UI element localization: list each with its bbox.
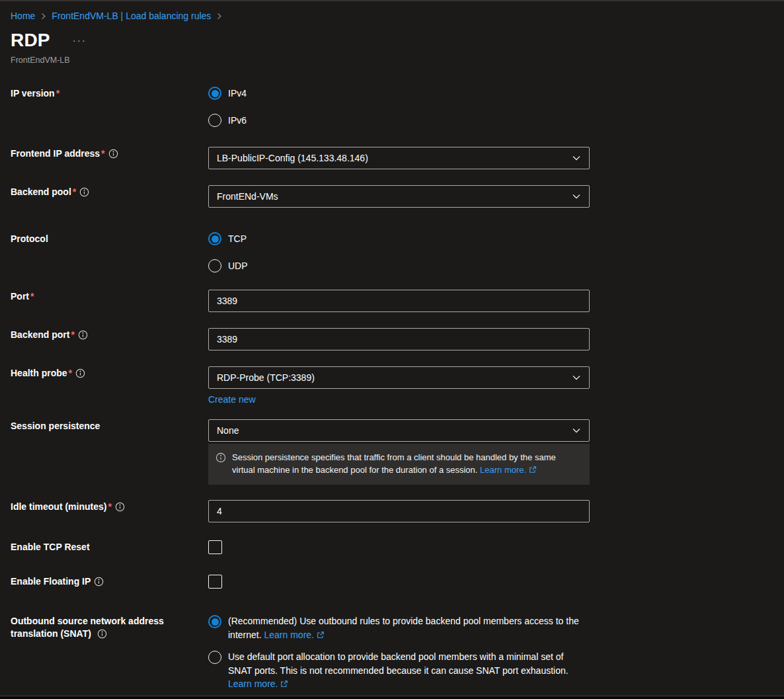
required-asterisk: * [56, 88, 59, 99]
session-persistence-value: None [217, 425, 239, 436]
field-row-backend-port: Backend port* [11, 328, 773, 350]
page-title: RDP [11, 30, 50, 51]
required-asterisk: * [69, 368, 72, 378]
field-row-port: Port* [11, 290, 773, 312]
field-row-tcp-reset: Enable TCP Reset [11, 540, 773, 554]
field-row-session-persistence: Session persistence None Session persist… [11, 419, 773, 485]
floating-ip-label: Enable Floating IP [11, 575, 208, 588]
snat-label: Outbound source network address translat… [11, 614, 208, 640]
required-asterisk: * [101, 148, 104, 159]
radio-button-icon[interactable] [208, 651, 221, 664]
chevron-down-icon [572, 373, 581, 382]
page-subtitle: FrontEndVM-LB [11, 56, 773, 65]
tcp-radio-label: TCP [228, 233, 247, 244]
radio-button-icon[interactable] [208, 87, 221, 100]
field-row-frontend-ip: Frontend IP address* LB-PublicIP-Config … [11, 147, 773, 169]
floating-ip-checkbox[interactable] [208, 575, 222, 589]
required-asterisk: * [71, 329, 74, 340]
field-row-protocol: Protocol TCP UDP [11, 232, 773, 272]
snat-outbound-rules-radio[interactable]: (Recommended) Use outbound rules to prov… [208, 614, 590, 641]
breadcrumb-link-home[interactable]: Home [11, 11, 35, 21]
breadcrumb-link-loadbalancer[interactable]: FrontEndVM-LB | Load balancing rules [52, 11, 211, 21]
chevron-down-icon [572, 192, 581, 201]
udp-radio-label: UDP [228, 261, 248, 271]
frontend-ip-value: LB-PublicIP-Config (145.133.48.146) [217, 153, 368, 163]
session-persistence-info-box: Session persistence specifies that traff… [208, 444, 590, 485]
external-link-icon [280, 680, 288, 688]
backend-pool-dropdown[interactable]: FrontENd-VMs [208, 185, 590, 208]
snat-default-port-text: Use default port allocation to provide b… [228, 650, 590, 691]
backend-port-input[interactable] [208, 328, 590, 350]
ipv4-radio-label: IPv4 [228, 88, 247, 99]
chevron-down-icon [572, 153, 581, 163]
field-row-ip-version: IP version* IPv4 IPv6 [11, 87, 773, 127]
backend-pool-value: FrontENd-VMs [217, 191, 278, 202]
field-row-health-probe: Health probe* RDP-Probe (TCP:3389) Creat… [11, 366, 773, 405]
port-input[interactable] [208, 290, 590, 312]
info-icon [216, 452, 226, 463]
learn-more-link[interactable]: Learn more. [480, 465, 526, 475]
idle-timeout-label: Idle timeout (minutes)* [11, 500, 208, 513]
session-persistence-dropdown[interactable]: None [208, 419, 590, 442]
health-probe-dropdown[interactable]: RDP-Probe (TCP:3389) [208, 366, 590, 389]
info-icon[interactable] [108, 149, 118, 159]
info-icon[interactable] [79, 187, 89, 197]
info-icon[interactable] [115, 502, 125, 512]
frontend-ip-dropdown[interactable]: LB-PublicIP-Config (145.133.48.146) [208, 147, 590, 169]
panel-bottom-edge [0, 696, 784, 699]
tcp-reset-checkbox[interactable] [208, 540, 222, 554]
chevron-right-icon [40, 13, 47, 20]
snat-default-port-radio[interactable]: Use default port allocation to provide b… [208, 650, 590, 691]
frontend-ip-label: Frontend IP address* [11, 147, 208, 160]
port-label: Port* [11, 290, 208, 303]
backend-pool-label: Backend pool* [11, 185, 208, 198]
chevron-right-icon [216, 13, 223, 20]
info-icon[interactable] [75, 368, 85, 378]
radio-button-icon[interactable] [208, 259, 221, 272]
more-options-icon[interactable]: ··· [73, 37, 87, 44]
info-icon[interactable] [94, 577, 104, 587]
required-asterisk: * [73, 186, 76, 197]
radio-button-icon[interactable] [208, 114, 221, 127]
ipv6-radio[interactable]: IPv6 [208, 114, 590, 127]
field-row-floating-ip: Enable Floating IP [11, 575, 773, 589]
required-asterisk: * [30, 291, 34, 302]
external-link-icon [529, 466, 537, 473]
external-link-icon [317, 631, 325, 639]
load-balancing-rule-panel: Home FrontEndVM-LB | Load balancing rule… [0, 1, 784, 699]
field-row-snat: Outbound source network address translat… [11, 614, 773, 691]
ipv4-radio[interactable]: IPv4 [208, 87, 590, 100]
tcp-radio[interactable]: TCP [208, 232, 590, 245]
udp-radio[interactable]: UDP [208, 259, 590, 272]
idle-timeout-input[interactable] [208, 500, 590, 522]
health-probe-label: Health probe* [11, 366, 208, 380]
info-icon[interactable] [97, 629, 107, 639]
breadcrumb: Home FrontEndVM-LB | Load balancing rule… [11, 11, 773, 21]
required-asterisk: * [108, 501, 111, 512]
session-persistence-label: Session persistence [11, 419, 208, 432]
create-new-link[interactable]: Create new [208, 394, 256, 405]
learn-more-link[interactable]: Learn more. [264, 630, 313, 640]
radio-button-icon[interactable] [208, 232, 221, 245]
session-persistence-info-text: Session persistence specifies that traff… [232, 451, 580, 476]
learn-more-link[interactable]: Learn more. [228, 678, 278, 689]
ip-version-label: IP version* [11, 87, 208, 100]
field-row-idle-timeout: Idle timeout (minutes)* [11, 500, 773, 522]
rule-form: IP version* IPv4 IPv6 Frontend IP addres… [11, 87, 773, 691]
ipv6-radio-label: IPv6 [228, 115, 247, 126]
radio-button-icon[interactable] [208, 615, 221, 628]
chevron-down-icon [572, 426, 581, 435]
backend-port-label: Backend port* [11, 328, 208, 341]
info-icon[interactable] [78, 330, 88, 340]
tcp-reset-label: Enable TCP Reset [11, 540, 208, 554]
snat-outbound-rules-text: (Recommended) Use outbound rules to prov… [228, 614, 590, 641]
protocol-label: Protocol [11, 232, 208, 245]
health-probe-value: RDP-Probe (TCP:3389) [217, 372, 315, 383]
field-row-backend-pool: Backend pool* FrontENd-VMs [11, 185, 773, 208]
page-header: RDP ··· [11, 30, 773, 51]
